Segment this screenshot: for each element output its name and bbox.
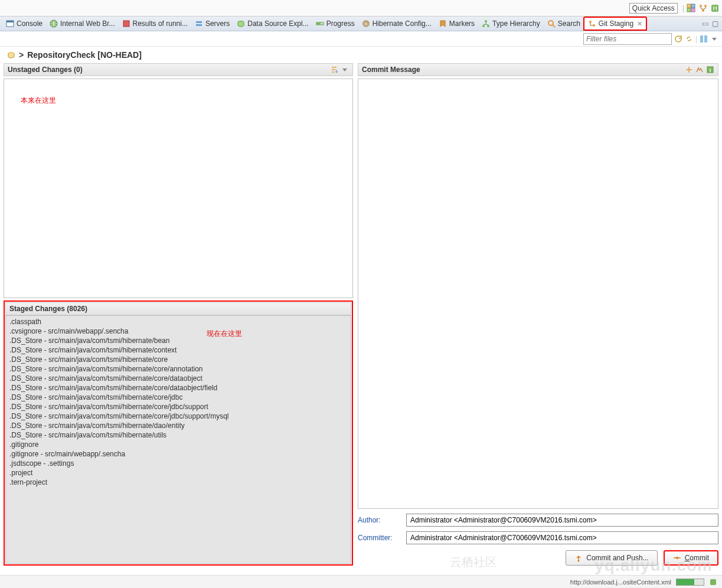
tab-type-hierarchy[interactable]: Type Hierarchy: [478, 17, 544, 31]
list-item[interactable]: .DS_Store - src/main/java/com/tsmi/hiber…: [9, 430, 347, 440]
list-item[interactable]: .DS_Store - src/main/java/com/tsmi/hiber…: [9, 383, 347, 393]
svg-point-20: [485, 20, 487, 22]
list-item[interactable]: .DS_Store - src/main/java/com/tsmi/hiber…: [9, 336, 347, 345]
svg-text:h: h: [364, 21, 367, 27]
signoff-icon[interactable]: [695, 66, 704, 74]
svg-rect-34: [710, 579, 716, 585]
list-item[interactable]: .tern-project: [9, 478, 347, 487]
list-item[interactable]: .DS_Store - src/main/java/com/tsmi/hiber…: [9, 364, 347, 374]
svg-point-32: [578, 560, 580, 562]
markers-icon: [439, 19, 447, 28]
svg-line-24: [553, 25, 555, 27]
tab-label: Type Hierarchy: [492, 19, 540, 28]
tab-hibernate[interactable]: h Hibernate Config...: [358, 17, 435, 31]
tab-datasource[interactable]: Data Source Expl...: [233, 17, 312, 31]
commit-message-area[interactable]: [358, 79, 718, 509]
svg-rect-2: [687, 8, 691, 12]
list-item[interactable]: .project: [9, 468, 347, 478]
svg-rect-28: [704, 35, 707, 43]
list-item[interactable]: .DS_Store - src/main/java/com/tsmi/hiber…: [9, 411, 347, 421]
svg-rect-3: [691, 8, 695, 12]
list-item[interactable]: .cvsignore - src/main/webapp/.sencha: [9, 326, 347, 336]
author-label: Author:: [358, 516, 400, 524]
tab-markers[interactable]: Markers: [435, 17, 478, 31]
list-item[interactable]: .classpath: [9, 317, 347, 326]
minimize-icon[interactable]: ▭: [702, 19, 708, 28]
changeid-icon[interactable]: I: [706, 66, 714, 74]
view-tabstrip: Console Internal Web Br... Results of ru…: [0, 17, 722, 31]
commit-button[interactable]: CCommitommit: [664, 550, 718, 566]
status-bar: http://download.j...ositeContent.xml: [0, 575, 722, 588]
link-icon[interactable]: [685, 35, 693, 43]
repo-name: RepositoryCheck [NO-HEAD]: [27, 50, 142, 60]
tab-label: Servers: [205, 19, 230, 28]
tab-git-staging[interactable]: Git Staging ✕: [583, 17, 647, 31]
svg-rect-13: [196, 21, 202, 23]
list-item[interactable]: .DS_Store - src/main/java/com/tsmi/hiber…: [9, 421, 347, 430]
tab-label: Markers: [449, 19, 475, 28]
committer-input[interactable]: [406, 531, 718, 544]
tab-servers[interactable]: Servers: [191, 17, 233, 31]
hibernate-perspective-icon[interactable]: H: [710, 4, 720, 13]
status-info-icon[interactable]: [709, 578, 717, 586]
svg-point-26: [593, 24, 595, 27]
list-item[interactable]: .DS_Store - src/main/java/com/tsmi/hiber…: [9, 393, 347, 402]
commit-message-title: Commit Message: [362, 66, 420, 74]
close-icon[interactable]: ✕: [637, 20, 642, 28]
svg-text:I: I: [710, 67, 711, 73]
globe-icon: [50, 19, 58, 28]
author-input[interactable]: [406, 514, 718, 527]
maximize-icon[interactable]: ▢: [712, 19, 718, 28]
refresh-icon[interactable]: [674, 35, 682, 43]
commit-icon: [673, 554, 681, 562]
svg-rect-1: [691, 4, 695, 8]
git-icon: [588, 19, 596, 28]
tab-internal-web[interactable]: Internal Web Br...: [46, 17, 119, 31]
filter-input[interactable]: [583, 33, 672, 45]
tab-progress[interactable]: Progress: [312, 17, 358, 31]
view-menu-icon[interactable]: [341, 66, 349, 74]
commit-message-header: Commit Message I: [358, 63, 718, 76]
tab-label: Results of runni...: [133, 19, 188, 28]
svg-rect-0: [687, 4, 691, 8]
repo-icon: [7, 51, 15, 59]
svg-point-5: [704, 5, 707, 7]
list-item[interactable]: .jsdtscope - .settings: [9, 459, 347, 468]
list-item[interactable]: .DS_Store - src/main/java/com/tsmi/hiber…: [9, 402, 347, 411]
svg-rect-17: [316, 22, 321, 25]
tab-search[interactable]: Search: [544, 17, 584, 31]
list-item[interactable]: .gitignore: [9, 440, 347, 449]
list-item[interactable]: .DS_Store - src/main/java/com/tsmi/hiber…: [9, 345, 347, 355]
tab-label: Git Staging: [599, 19, 633, 28]
tab-console[interactable]: Console: [2, 17, 46, 31]
staged-title: Staged Changes (8026): [9, 305, 87, 313]
committer-label: Committer:: [358, 534, 400, 542]
layout-icon[interactable]: [700, 35, 708, 43]
open-perspective-icon[interactable]: [687, 4, 696, 13]
quick-access-button[interactable]: Quick Access: [629, 3, 678, 14]
type-hierarchy-icon: [482, 19, 490, 28]
progress-icon: [316, 19, 324, 28]
list-item[interactable]: .DS_Store - src/main/java/com/tsmi/hiber…: [9, 355, 347, 364]
unstaged-pane[interactable]: 本来在这里: [4, 79, 353, 298]
svg-rect-10: [6, 21, 14, 22]
svg-text:H: H: [713, 5, 717, 12]
list-item[interactable]: .DS_Store - src/main/java/com/tsmi/hiber…: [9, 374, 347, 383]
list-item[interactable]: .gitignore - src/main/webapp/.sencha: [9, 449, 347, 459]
view-menu-icon[interactable]: [710, 35, 718, 43]
git-perspective-icon[interactable]: [698, 4, 708, 13]
svg-point-33: [676, 557, 678, 559]
annotation-original: 本来在这里: [21, 96, 56, 106]
svg-point-4: [700, 5, 702, 7]
commit-push-icon: [574, 554, 583, 562]
staged-pane[interactable]: 现在在这里 .classpath.cvsignore - src/main/we…: [5, 315, 351, 564]
svg-point-25: [589, 21, 592, 23]
sort-icon[interactable]: [330, 66, 338, 74]
repo-header: > RepositoryCheck [NO-HEAD]: [0, 47, 722, 63]
tab-label: Console: [17, 19, 43, 28]
svg-point-21: [482, 25, 485, 27]
tab-label: Internal Web Br...: [60, 19, 115, 28]
amend-icon[interactable]: [685, 66, 693, 74]
tab-results[interactable]: Results of runni...: [119, 17, 191, 31]
commit-and-push-button[interactable]: Commit and Push...: [566, 550, 657, 566]
